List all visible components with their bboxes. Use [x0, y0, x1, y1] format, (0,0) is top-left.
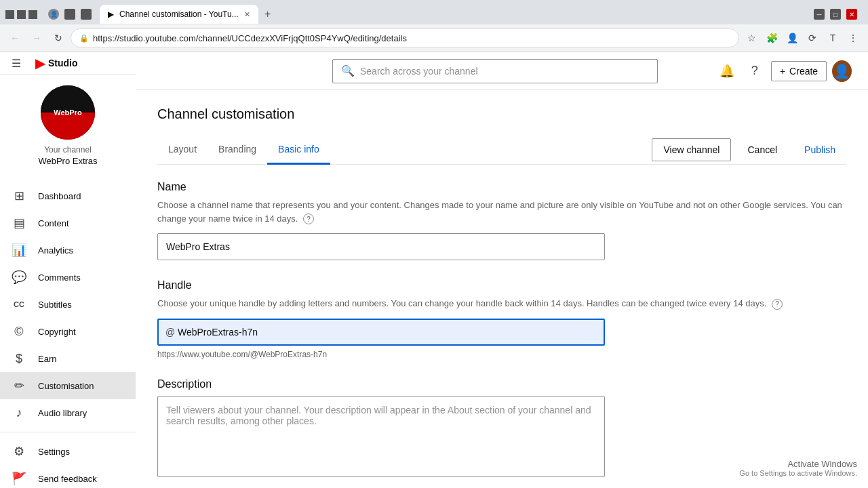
browser-extension-icon[interactable]: 🧩: [762, 28, 781, 47]
avatar-text: WebPro: [54, 108, 81, 117]
sidebar-item-label-earn: Earn: [38, 354, 125, 364]
active-browser-tab[interactable]: ▶ Channel customisation - YouTu... ✕: [100, 5, 258, 24]
name-section-title: Name: [157, 181, 846, 193]
browser-icon2: [64, 9, 75, 20]
security-lock-icon: 🔒: [79, 34, 89, 43]
search-icon: 🔍: [341, 64, 355, 77]
view-channel-button[interactable]: View channel: [652, 138, 731, 161]
tab-basic-info[interactable]: Basic info: [267, 136, 330, 165]
user-avatar-image: 👤: [833, 63, 850, 79]
forward-button[interactable]: →: [27, 28, 46, 47]
tab-layout[interactable]: Layout: [157, 136, 208, 165]
create-button[interactable]: + Create: [771, 61, 827, 81]
cancel-button[interactable]: Cancel: [736, 139, 788, 161]
sidebar-item-send-feedback[interactable]: 🚩 Send feedback: [0, 465, 136, 488]
comments-icon: 💬: [11, 270, 27, 285]
tabs-bar: Layout Branding Basic info View channel …: [157, 136, 846, 165]
sidebar-bottom-nav-list: ⚙ Settings 🚩 Send feedback: [0, 438, 136, 488]
analytics-icon: 📊: [11, 243, 27, 258]
browser-profile-button[interactable]: 👤: [783, 28, 802, 47]
sidebar-item-label-audio-library: Audio library: [38, 408, 125, 418]
close-window-button[interactable]: ✕: [846, 9, 857, 20]
sidebar-item-earn[interactable]: $ Earn: [0, 345, 136, 372]
minimize-button[interactable]: ─: [814, 9, 825, 20]
sidebar-item-label-copyright: Copyright: [38, 327, 125, 337]
hamburger-icon: ☰: [12, 57, 21, 70]
your-channel-label: Your channel: [44, 145, 92, 155]
sidebar-item-copyright[interactable]: © Copyright: [0, 318, 136, 345]
settings-icon: ⚙: [11, 444, 27, 459]
new-tab-button[interactable]: +: [258, 5, 277, 24]
description-section-title: Description: [157, 378, 846, 390]
customisation-icon: ✏: [11, 378, 27, 393]
sidebar-item-label-analytics: Analytics: [38, 245, 125, 256]
copyright-icon: ©: [11, 325, 27, 339]
handle-section-desc: Choose your unique handle by adding lett…: [157, 297, 846, 310]
sidebar-item-label-dashboard: Dashboard: [38, 191, 125, 201]
browser-translate-icon[interactable]: T: [823, 28, 842, 47]
name-input[interactable]: [157, 233, 605, 260]
description-textarea[interactable]: [157, 396, 605, 477]
user-avatar-button[interactable]: 👤: [832, 60, 852, 82]
content-icon: ▤: [11, 216, 27, 230]
sidebar-item-label-content: Content: [38, 218, 125, 228]
sidebar-item-label-comments: Comments: [38, 272, 125, 283]
sidebar-nav-list: ⊞ Dashboard ▤ Content 📊 Analytics 💬 Comm…: [0, 182, 136, 426]
tab-title: Channel customisation - YouTu...: [119, 9, 239, 19]
sidebar-item-audio-library[interactable]: ♪ Audio library: [0, 399, 136, 426]
search-bar[interactable]: 🔍: [332, 59, 658, 83]
earn-icon: $: [11, 352, 27, 366]
tab-favicon: ▶: [108, 9, 114, 19]
address-bar[interactable]: 🔒 https://studio.youtube.com/channel/UCC…: [71, 28, 739, 47]
main-topbar: 🔍 🔔 ? + Create 👤: [136, 52, 868, 90]
browser-icon3: [81, 9, 92, 20]
refresh-button[interactable]: ↻: [49, 28, 68, 47]
sidebar-item-content[interactable]: ▤ Content: [0, 209, 136, 237]
page-title: Channel customisation: [157, 106, 846, 122]
handle-help-icon[interactable]: ?: [772, 299, 783, 310]
browser-window-controls: [5, 10, 43, 19]
tab-bar: ▶ Channel customisation - YouTu... ✕ +: [100, 5, 277, 24]
sidebar-item-analytics[interactable]: 📊 Analytics: [0, 237, 136, 264]
browser-sync-icon[interactable]: ⟳: [803, 28, 822, 47]
channel-avatar[interactable]: WebPro: [41, 85, 95, 140]
handle-input[interactable]: [157, 319, 605, 346]
description-section: Description: [157, 378, 846, 479]
browser-profile-icon[interactable]: 👤: [48, 9, 59, 20]
subtitles-icon: CC: [11, 300, 27, 308]
publish-button[interactable]: Publish: [793, 139, 846, 161]
sidebar-item-settings[interactable]: ⚙ Settings: [0, 438, 136, 465]
bookmark-star-icon[interactable]: ☆: [742, 28, 761, 47]
sidebar-item-comments[interactable]: 💬 Comments: [0, 264, 136, 291]
name-section-desc: Choose a channel name that represents yo…: [157, 199, 846, 225]
topbar-center: 🔍: [274, 59, 716, 83]
browser-toolbar: ← → ↻ 🔒 https://studio.youtube.com/chann…: [0, 24, 868, 52]
maximize-button[interactable]: □: [830, 9, 841, 20]
tab-branding[interactable]: Branding: [208, 136, 267, 165]
sidebar: ☰ ▶ Studio WebPro Your channel WebPro Ex…: [0, 52, 136, 488]
channel-name-label: WebPro Extras: [38, 156, 97, 166]
handle-section: Handle Choose your unique handle by addi…: [157, 279, 846, 359]
content-area: 🔍 🔔 ? + Create 👤 Channel customisation: [136, 52, 868, 488]
notifications-bell-button[interactable]: 🔔: [716, 59, 738, 83]
url-text: https://studio.youtube.com/channel/UCCde…: [93, 33, 407, 43]
sidebar-item-dashboard[interactable]: ⊞ Dashboard: [0, 182, 136, 209]
back-button[interactable]: ←: [5, 28, 24, 47]
browser-titlebar: 👤 ▶ Channel customisation - YouTu... ✕ +…: [0, 0, 868, 24]
sidebar-divider: [0, 432, 136, 432]
feedback-icon: 🚩: [11, 471, 27, 486]
hamburger-menu-button[interactable]: ☰: [5, 52, 27, 74]
search-input[interactable]: [360, 66, 649, 77]
help-button[interactable]: ?: [743, 59, 765, 83]
sidebar-item-customisation[interactable]: ✏ Customisation: [0, 372, 136, 399]
tab-close-button[interactable]: ✕: [244, 10, 250, 19]
browser-toolbar-icons: ☆ 🧩 👤 ⟳ T ⋮: [742, 28, 863, 47]
yt-studio-logo[interactable]: ▶ Studio: [35, 55, 78, 71]
channel-avatar-image: WebPro: [41, 85, 95, 140]
name-help-icon[interactable]: ?: [303, 214, 314, 224]
handle-section-title: Handle: [157, 279, 846, 291]
browser-more-icon[interactable]: ⋮: [844, 28, 863, 47]
sidebar-item-subtitles[interactable]: CC Subtitles: [0, 291, 136, 318]
handle-url-display: https://www.youtube.com/@WebProExtras-h7…: [157, 350, 846, 359]
create-plus-icon: +: [780, 66, 785, 77]
